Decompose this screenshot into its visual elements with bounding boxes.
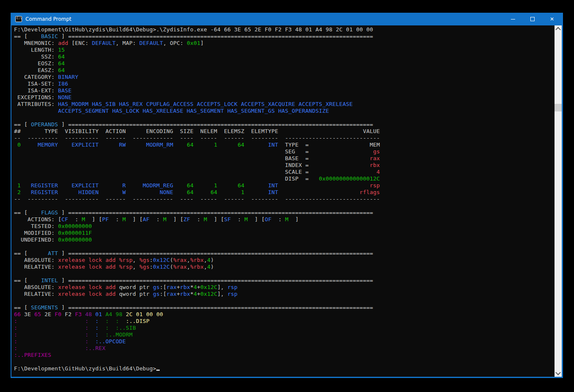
terminal-text-segment: , <box>133 264 139 270</box>
scrollbar-thumb[interactable] <box>555 104 562 111</box>
terminal-text-segment: F0 <box>55 311 61 317</box>
terminal-text-segment: M <box>82 216 85 222</box>
terminal-text-segment: :..SIB <box>116 325 136 331</box>
terminal-text-segment: : <box>68 216 82 222</box>
terminal-line <box>14 297 555 304</box>
terminal-text-segment: BASE = <box>14 155 370 161</box>
terminal-text-segment: 0x12C <box>153 257 170 263</box>
terminal-line <box>14 114 555 121</box>
terminal-text-segment <box>14 182 17 189</box>
vertical-scrollbar[interactable] <box>555 25 562 377</box>
terminal-text-segment <box>99 189 122 195</box>
terminal-line: 0 MEMORY EXPLICIT RW MODRM_RM 64 1 64 IN… <box>14 142 555 148</box>
terminal-line: == [ FLAGS ] ===========================… <box>14 209 555 216</box>
terminal-line <box>14 270 555 277</box>
terminal-line: EXCEPTIONS: NONE <box>14 94 555 101</box>
terminal-text-segment: : <box>95 318 99 324</box>
terminal-text-segment: : <box>116 318 119 324</box>
scroll-up-button[interactable] <box>555 25 562 33</box>
terminal-text-segment: FLAGS <box>31 209 58 216</box>
terminal-text-segment: ], <box>217 291 227 297</box>
terminal-text-segment: : <box>14 331 17 338</box>
minimize-button[interactable] <box>503 13 523 25</box>
terminal-line: 66 3E 65 2E F0 F2 F3 48 01 A4 98 2C 01 0… <box>14 311 555 318</box>
terminal-text-segment <box>92 311 95 317</box>
terminal-text-segment: == [ <box>14 121 31 128</box>
terminal-text-segment: + <box>177 284 180 290</box>
terminal-text-segment: 4 <box>207 257 211 263</box>
terminal-text-segment <box>21 182 31 189</box>
terminal-line: ISA-SET: I86 <box>14 81 555 87</box>
terminal-text-segment: ] <box>200 40 204 46</box>
terminal-text-segment <box>17 338 85 345</box>
terminal-text-segment <box>112 311 116 317</box>
terminal-text-segment <box>99 325 105 331</box>
title-bar[interactable]: C:\ Command Prompt ✕ <box>11 13 562 25</box>
terminal-text-segment: 2C 01 00 00 <box>126 311 163 317</box>
terminal-text-segment <box>244 182 268 189</box>
terminal-output[interactable]: F:\Development\GitHub\zydis\Build64\Debu… <box>11 25 555 377</box>
terminal-text-segment: BASIC <box>31 33 58 39</box>
terminal-text-segment: 0x12C <box>153 264 170 270</box>
terminal-text-segment: : <box>85 325 89 331</box>
terminal-text-segment: M <box>163 216 166 222</box>
terminal-text-segment: LENGTH: <box>14 47 58 53</box>
terminal-text-segment: , MAP: <box>116 40 139 46</box>
terminal-text-segment <box>21 189 31 195</box>
terminal-text-segment: DISP = <box>14 175 319 182</box>
terminal-text-segment: : <box>14 345 17 351</box>
terminal-text-segment: ( <box>170 257 173 263</box>
terminal-text-segment: DEFAULT <box>92 40 116 46</box>
terminal-text-segment: ] ======================================… <box>58 277 373 284</box>
terminal-text-segment: REGISTER <box>31 189 58 195</box>
terminal-text-segment: W <box>122 189 126 195</box>
terminal-text-segment: ] ======================================… <box>58 209 373 216</box>
terminal-text-segment: gs <box>373 148 380 155</box>
terminal-text-segment: %gs <box>139 257 150 263</box>
terminal-text-segment: M <box>244 216 248 222</box>
terminal-text-segment: MODRM_REG <box>143 182 173 189</box>
terminal-text-segment: : <box>105 318 109 324</box>
terminal-text-segment: 1 <box>214 142 217 148</box>
terminal-text-segment <box>217 189 241 195</box>
terminal-text-segment: , <box>133 257 139 263</box>
terminal-text-segment: : <box>150 257 153 263</box>
terminal-line: : : : :..MODRM <box>14 331 555 338</box>
scroll-down-button[interactable] <box>555 370 562 377</box>
terminal-text-segment: 3E <box>21 311 34 317</box>
terminal-text-segment: NONE <box>58 94 72 100</box>
terminal-text-segment: SF <box>224 216 231 222</box>
terminal-text-segment <box>17 345 85 351</box>
terminal-line <box>14 243 555 250</box>
command-prompt-window: C:\ Command Prompt ✕ F:\Development\GitH… <box>11 13 563 378</box>
terminal-text-segment: %gs <box>139 264 150 270</box>
terminal-text-segment <box>194 189 211 195</box>
terminal-text-segment <box>126 182 143 189</box>
terminal-text-segment: * <box>190 291 194 297</box>
terminal-text-segment: EXPLICIT <box>72 142 99 148</box>
terminal-text-segment <box>99 318 105 324</box>
terminal-line: INDEX = rbx <box>14 162 555 169</box>
maximize-button[interactable] <box>523 13 542 25</box>
terminal-text-segment <box>217 142 238 148</box>
terminal-text-segment: SSZ: <box>14 53 58 60</box>
terminal-text-segment: %rax <box>173 257 187 263</box>
terminal-line: RELATIVE: xrelease lock add %rsp, %gs:0x… <box>14 264 555 270</box>
terminal-line: ## TYPE VISIBILITY ACTION ENCODING SIZE … <box>14 128 555 135</box>
close-button[interactable]: ✕ <box>542 13 562 25</box>
terminal-text-segment: UNDEFINED: <box>14 236 58 243</box>
terminal-text-segment: R <box>122 182 126 189</box>
terminal-text-segment: 0x12C <box>200 291 217 297</box>
terminal-text-segment: add <box>58 40 68 46</box>
terminal-line: == [ INTEL ] ===========================… <box>14 277 555 284</box>
terminal-text-segment <box>14 142 17 148</box>
terminal-text-segment: : <box>85 318 89 324</box>
terminal-text-segment: :..DISP <box>126 318 150 324</box>
terminal-text-segment <box>99 142 119 148</box>
terminal-text-segment <box>89 325 95 331</box>
console-body: F:\Development\GitHub\zydis\Build64\Debu… <box>11 25 562 377</box>
terminal-text-segment: INT <box>268 142 278 148</box>
terminal-text-segment: SEGMENTS <box>31 304 58 311</box>
terminal-text-segment: : <box>85 331 89 338</box>
terminal-line: SCALE = 4 <box>14 169 555 175</box>
